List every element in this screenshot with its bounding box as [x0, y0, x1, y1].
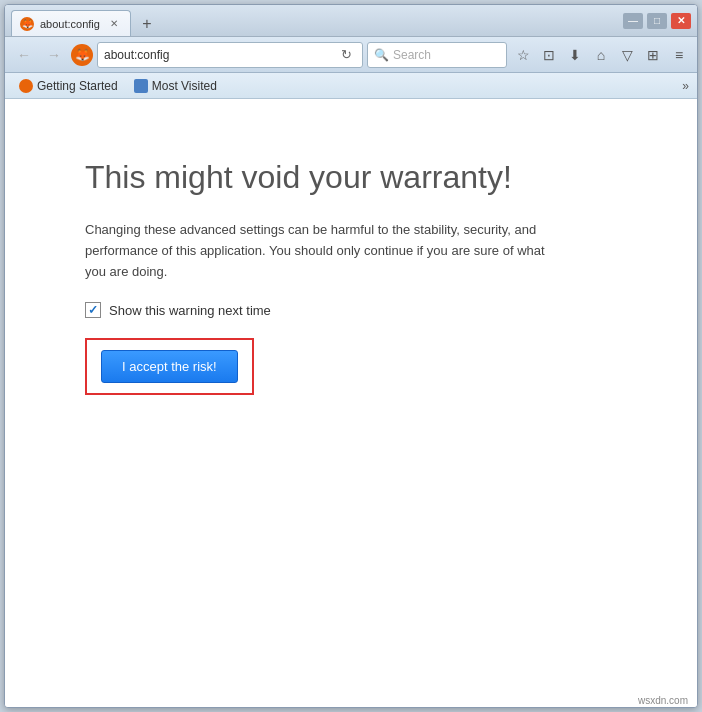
bookmark-most-visited[interactable]: Most Visited [128, 77, 223, 95]
menu-icon[interactable]: ≡ [667, 43, 691, 67]
bookmarks-more-button[interactable]: » [682, 79, 689, 93]
getting-started-icon [19, 79, 33, 93]
customize-icon[interactable]: ⊞ [641, 43, 665, 67]
back-button[interactable]: ← [11, 42, 37, 68]
checkbox-label: Show this warning next time [109, 303, 271, 318]
tab-title: about:config [40, 18, 100, 30]
show-warning-checkbox[interactable]: ✓ [85, 302, 101, 318]
checkbox-checkmark: ✓ [88, 303, 98, 317]
page-content: This might void your warranty! Changing … [5, 99, 697, 707]
active-tab[interactable]: 🦊 about:config ✕ [11, 10, 131, 36]
reader-mode-icon[interactable]: ⊡ [537, 43, 561, 67]
accept-button-wrapper: I accept the risk! [85, 338, 254, 395]
search-icon: 🔍 [374, 48, 389, 62]
pocket-icon[interactable]: ▽ [615, 43, 639, 67]
getting-started-label: Getting Started [37, 79, 118, 93]
nav-bar: ← → 🦊 about:config ↻ 🔍 Search ☆ ⊡ ⬇ ⌂ ▽ … [5, 37, 697, 73]
page-title: This might void your warranty! [85, 159, 637, 196]
bookmarks-bar: Getting Started Most Visited » [5, 73, 697, 99]
close-button[interactable]: ✕ [671, 13, 691, 29]
maximize-button[interactable]: □ [647, 13, 667, 29]
home-icon[interactable]: ⌂ [589, 43, 613, 67]
address-text: about:config [104, 48, 169, 62]
tab-favicon: 🦊 [20, 17, 34, 31]
watermark: wsxdn.com [638, 695, 688, 706]
checkbox-row: ✓ Show this warning next time [85, 302, 637, 318]
warning-page: This might void your warranty! Changing … [5, 99, 697, 707]
accept-risk-button[interactable]: I accept the risk! [101, 350, 238, 383]
bookmark-star-icon[interactable]: ☆ [511, 43, 535, 67]
toolbar-icons: ☆ ⊡ ⬇ ⌂ ▽ ⊞ ≡ [511, 43, 691, 67]
tab-close-button[interactable]: ✕ [106, 16, 122, 32]
most-visited-icon [134, 79, 148, 93]
forward-button[interactable]: → [41, 42, 67, 68]
search-placeholder: Search [393, 48, 431, 62]
tab-strip: 🦊 about:config ✕ + [11, 5, 623, 36]
most-visited-label: Most Visited [152, 79, 217, 93]
search-bar[interactable]: 🔍 Search [367, 42, 507, 68]
firefox-logo: 🦊 [71, 44, 93, 66]
new-tab-button[interactable]: + [135, 12, 159, 36]
download-icon[interactable]: ⬇ [563, 43, 587, 67]
refresh-button[interactable]: ↻ [336, 45, 356, 65]
bookmark-getting-started[interactable]: Getting Started [13, 77, 124, 95]
minimize-button[interactable]: — [623, 13, 643, 29]
window-controls: — □ ✕ [623, 13, 691, 29]
address-bar[interactable]: about:config ↻ [97, 42, 363, 68]
warning-body-text: Changing these advanced settings can be … [85, 220, 565, 282]
title-bar: 🦊 about:config ✕ + — □ ✕ [5, 5, 697, 37]
